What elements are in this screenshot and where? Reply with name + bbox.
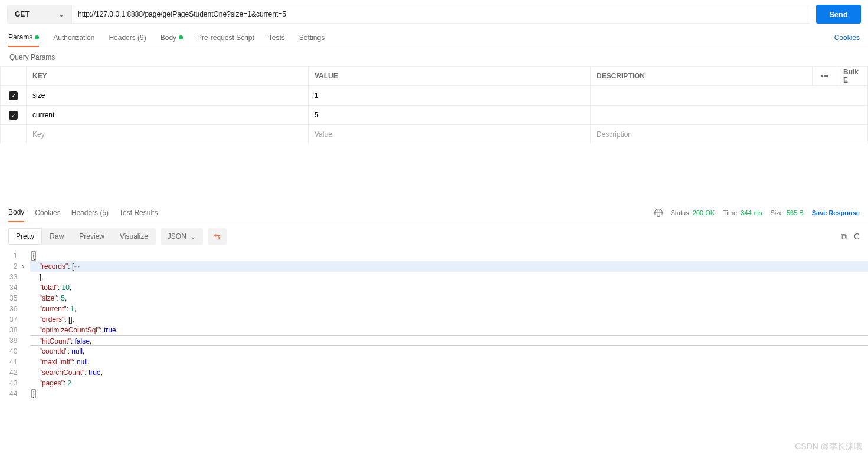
- line-gutter: 1 2 33 34 35 36 37 38 39 40 41 42 43 44: [0, 251, 22, 399]
- description-input[interactable]: [597, 91, 862, 100]
- params-table: KEY VALUE DESCRIPTION ••• Bulk E ✓ ✓: [0, 66, 868, 144]
- request-tabs: Params Authorization Headers (9) Body Pr…: [0, 28, 868, 47]
- value-input[interactable]: [315, 130, 584, 139]
- view-pretty[interactable]: Pretty: [8, 228, 42, 245]
- view-visualize[interactable]: Visualize: [112, 228, 156, 245]
- params-header-row: KEY VALUE DESCRIPTION ••• Bulk E: [1, 67, 868, 86]
- tab-authorization[interactable]: Authorization: [53, 29, 94, 47]
- fold-chevron-icon[interactable]: ›: [22, 261, 30, 272]
- tab-resp-headers[interactable]: Headers (5): [71, 204, 109, 222]
- save-response-link[interactable]: Save Response: [812, 209, 860, 216]
- method-label: GET: [15, 10, 30, 18]
- key-input[interactable]: [32, 91, 302, 100]
- key-input[interactable]: [32, 130, 302, 139]
- response-meta: Status: 200 OK Time: 344 ms Size: 565 B …: [654, 209, 860, 217]
- tab-body[interactable]: Body: [161, 29, 183, 47]
- request-bar: GET ⌄ Send: [0, 0, 868, 28]
- dot-icon: [35, 35, 39, 39]
- checkbox[interactable]: ✓: [9, 91, 18, 100]
- url-input[interactable]: [72, 5, 810, 24]
- method-dropdown[interactable]: GET ⌄: [7, 5, 72, 24]
- wrap-lines-button[interactable]: ⇆: [208, 228, 227, 245]
- chevron-down-icon: ⌄: [190, 232, 196, 240]
- description-input[interactable]: [597, 111, 862, 119]
- fold-column: ›: [22, 251, 30, 399]
- cookies-link[interactable]: Cookies: [834, 34, 860, 42]
- key-input[interactable]: [32, 111, 302, 119]
- table-row: ✓: [1, 106, 868, 125]
- send-label: Send: [829, 10, 848, 19]
- time-value: 344 ms: [741, 209, 762, 216]
- dot-icon: [179, 35, 183, 39]
- value-input[interactable]: [315, 91, 584, 100]
- response-toolbar: Pretty Raw Preview Visualize JSON ⌄ ⇆ ⧉ …: [0, 222, 868, 251]
- tab-settings[interactable]: Settings: [299, 29, 325, 47]
- header-value: VALUE: [309, 67, 591, 86]
- status-value: 200 OK: [693, 209, 715, 216]
- tab-resp-cookies[interactable]: Cookies: [35, 204, 60, 222]
- header-key: KEY: [27, 67, 309, 86]
- size-value: 565 B: [787, 209, 804, 216]
- response-tabs: Body Cookies Headers (5) Test Results St…: [0, 203, 868, 222]
- checkbox[interactable]: ✓: [9, 111, 18, 120]
- copy-icon[interactable]: ⧉: [841, 232, 847, 242]
- view-mode-group: Pretty Raw Preview Visualize: [8, 228, 156, 245]
- tab-params[interactable]: Params: [8, 28, 39, 47]
- table-row: ✓: [1, 86, 868, 106]
- code-content: { "records": [··· ], "total": 10, "size"…: [30, 251, 868, 399]
- response-body[interactable]: 1 2 33 34 35 36 37 38 39 40 41 42 43 44 …: [0, 251, 868, 446]
- tab-resp-body[interactable]: Body: [8, 203, 24, 222]
- format-dropdown[interactable]: JSON ⌄: [161, 228, 203, 245]
- send-button[interactable]: Send: [816, 5, 861, 24]
- query-params-label: Query Params: [0, 47, 868, 66]
- bulk-edit-link[interactable]: Bulk E: [837, 67, 868, 86]
- table-row-empty: [1, 125, 868, 144]
- view-preview[interactable]: Preview: [71, 228, 112, 245]
- description-input[interactable]: [597, 130, 862, 139]
- more-icon[interactable]: •••: [813, 67, 837, 86]
- globe-icon[interactable]: [654, 209, 663, 217]
- tab-headers[interactable]: Headers (9): [109, 29, 146, 47]
- chevron-down-icon: ⌄: [58, 10, 64, 18]
- view-raw[interactable]: Raw: [42, 228, 71, 245]
- tab-prerequest[interactable]: Pre-request Script: [197, 29, 254, 47]
- tab-resp-test-results[interactable]: Test Results: [119, 204, 158, 222]
- value-input[interactable]: [315, 111, 584, 119]
- search-icon[interactable]: C: [854, 232, 860, 242]
- tab-tests[interactable]: Tests: [268, 29, 285, 47]
- header-description: DESCRIPTION: [591, 67, 813, 86]
